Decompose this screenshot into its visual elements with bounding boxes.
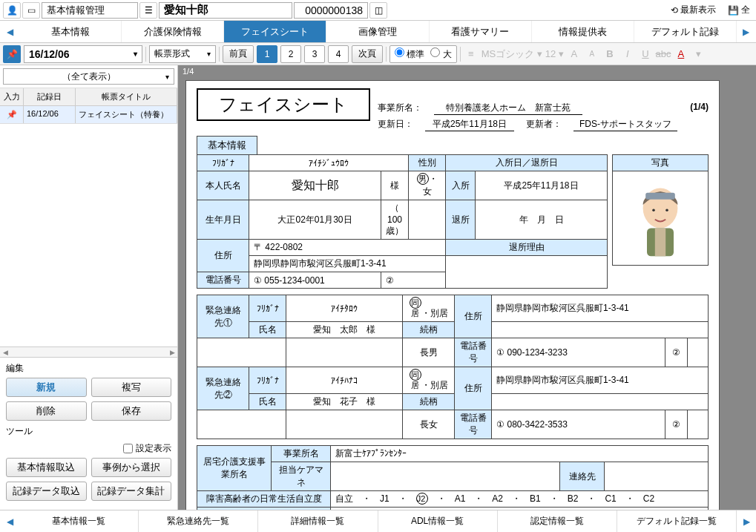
svg-rect-5: [655, 229, 665, 257]
align-icon: ≡: [464, 47, 479, 62]
hscroll[interactable]: ◀▶: [0, 347, 177, 357]
bottom-adl[interactable]: ADL情報一覧: [378, 510, 498, 532]
save-button[interactable]: 保存: [91, 401, 172, 421]
pin-icon[interactable]: 📌: [3, 45, 21, 63]
strike-icon: abc: [656, 47, 671, 62]
list-item[interactable]: 📌 16/12/06 フェイスシート（特養）: [0, 106, 177, 124]
bottom-cert[interactable]: 認定情報一覧: [498, 510, 617, 532]
aggregate-record-button[interactable]: 記録データ集計: [91, 482, 172, 501]
tab-basic[interactable]: 基本情報: [19, 21, 122, 42]
list-icon[interactable]: ☰: [139, 2, 157, 19]
highlight-icon: ▾: [691, 47, 706, 62]
underline-icon: U: [638, 47, 653, 62]
tab-default-rec[interactable]: デフォルト記録: [634, 21, 737, 42]
save-all-button[interactable]: 💾全: [725, 2, 753, 18]
zoom-large[interactable]: 大: [430, 47, 451, 61]
tab-next[interactable]: ▶: [737, 21, 756, 42]
document-viewport[interactable]: 1/4 フェイスシート 事業所名：特別養護老人ホーム 新富士苑(1/4) 更新日…: [178, 65, 756, 510]
fontcolor-icon: A: [674, 47, 688, 62]
page-indicator: 1/4: [178, 65, 756, 77]
svg-point-2: [652, 208, 655, 211]
refresh-icon: ⟲: [671, 5, 678, 16]
svg-rect-1: [645, 193, 675, 200]
basic-info-tab: 基本情報: [197, 136, 257, 154]
from-case-button[interactable]: 事例から選択: [91, 458, 172, 477]
page-1[interactable]: 1: [257, 45, 277, 63]
tab-provision[interactable]: 情報提供表: [532, 21, 634, 42]
pin-icon: 📌: [7, 110, 17, 119]
next-page-button[interactable]: 次頁: [352, 45, 383, 63]
refresh-button[interactable]: ⟲最新表示: [668, 2, 719, 18]
panel-toggle-icon[interactable]: ◫: [369, 2, 387, 19]
chevron-down-icon: ▾: [134, 50, 137, 58]
filter-combo[interactable]: （全て表示）: [3, 68, 174, 85]
save-icon: 💾: [728, 5, 739, 16]
page-2[interactable]: 2: [280, 45, 301, 63]
bottom-default[interactable]: デフォルト記録一覧: [617, 510, 737, 532]
tab-prev[interactable]: ◀: [0, 21, 19, 42]
italic-icon: I: [620, 47, 635, 62]
module-name: [42, 2, 138, 19]
tab-nursing[interactable]: 看護サマリー: [430, 21, 532, 42]
bottom-basic[interactable]: 基本情報一覧: [19, 510, 139, 532]
page-4[interactable]: 4: [328, 45, 349, 63]
grid-header: 入力 記録日 帳票タイトル: [0, 88, 177, 106]
fontsize-combo: 12 ▾: [545, 48, 564, 59]
show-settings-check[interactable]: [123, 444, 133, 453]
format-combo[interactable]: 帳票形式▾: [149, 45, 216, 63]
bottom-next[interactable]: ▶: [737, 510, 756, 532]
bottom-prev[interactable]: ◀: [0, 510, 19, 532]
font-large-icon: A: [567, 47, 582, 62]
font-combo: MSゴシック ▾: [481, 47, 542, 61]
tools-label: ツール: [6, 425, 171, 438]
font-small-icon: A: [585, 47, 599, 62]
import-basic-button[interactable]: 基本情報取込: [6, 458, 87, 477]
edit-label: 編集: [6, 362, 171, 375]
patient-name: [159, 2, 292, 19]
bottom-detail[interactable]: 詳細情報一覧: [258, 510, 378, 532]
patient-id: [294, 2, 368, 19]
zoom-standard[interactable]: 標準: [395, 47, 424, 61]
bottom-emergency[interactable]: 緊急連絡先一覧: [139, 510, 258, 532]
format-toolbar: ≡ MSゴシック ▾ 12 ▾ A A B I U abc A ▾: [464, 47, 706, 62]
import-record-button[interactable]: 記録データ取込: [6, 482, 87, 501]
document-page: フェイスシート 事業所名：特別養護老人ホーム 新富士苑(1/4) 更新日：平成2…: [185, 80, 720, 510]
svg-point-3: [665, 208, 668, 211]
person-icon[interactable]: 👤: [3, 2, 21, 19]
avatar-icon: [613, 171, 708, 265]
bold-icon: B: [602, 47, 617, 62]
zoom-group: 標準 大: [389, 45, 457, 63]
tab-facesheet[interactable]: フェイスシート: [224, 21, 326, 42]
delete-button[interactable]: 削除: [6, 401, 87, 421]
copy-button[interactable]: 複写: [91, 378, 172, 397]
tab-insurance[interactable]: 介護保険情報: [122, 21, 224, 42]
date-combo[interactable]: 16/12/06▾: [24, 45, 142, 63]
tab-image[interactable]: 画像管理: [326, 21, 429, 42]
sheet-title: フェイスシート: [197, 88, 370, 121]
page-3[interactable]: 3: [304, 45, 325, 63]
new-button[interactable]: 新規: [6, 378, 87, 397]
photo-box: 写真: [612, 154, 709, 266]
book-icon[interactable]: ▭: [22, 2, 40, 19]
prev-page-button[interactable]: 前頁: [223, 45, 254, 63]
